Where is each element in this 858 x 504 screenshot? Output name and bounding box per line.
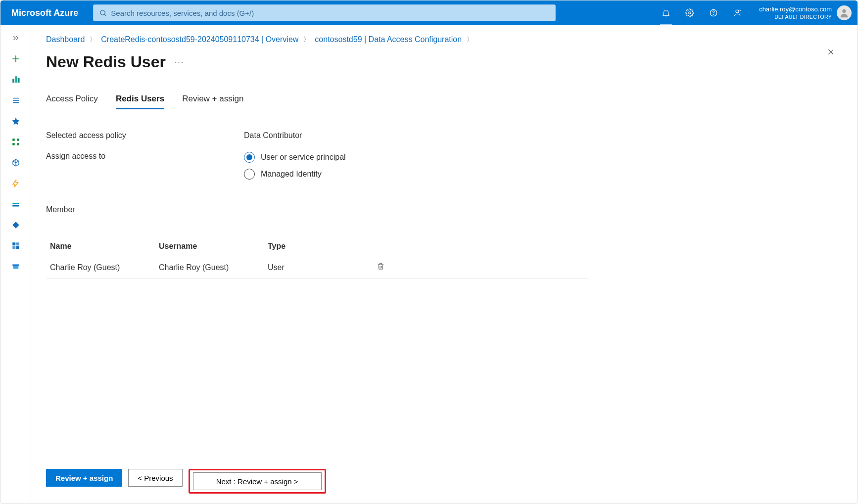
- breadcrumb: Dashboard 〉 CreateRedis-contosostd59-202…: [46, 35, 843, 44]
- all-resources-icon[interactable]: [10, 94, 22, 106]
- dashboard-icon[interactable]: [10, 74, 22, 86]
- blue-diamond-icon[interactable]: [10, 219, 22, 231]
- tabs: Access Policy Redis Users Review + assig…: [46, 94, 843, 109]
- svg-rect-22: [16, 242, 19, 245]
- svg-rect-11: [17, 78, 19, 83]
- assign-to-label: Assign access to: [46, 152, 244, 180]
- svg-rect-17: [12, 143, 15, 145]
- selected-policy-value: Data Contributor: [244, 131, 302, 140]
- svg-rect-23: [12, 246, 15, 249]
- breadcrumb-item[interactable]: contosostd59 | Data Access Configuration: [315, 35, 462, 44]
- top-bar: Microsoft Azure charlie.roy@contoso.com …: [0, 0, 858, 25]
- svg-rect-10: [15, 76, 17, 83]
- radio-icon: [244, 152, 255, 163]
- svg-point-4: [714, 14, 714, 15]
- svg-rect-18: [17, 143, 19, 145]
- col-type[interactable]: Type: [264, 237, 373, 256]
- main-content: Dashboard 〉 CreateRedis-contosostd59-202…: [31, 25, 858, 504]
- expand-nav-button[interactable]: [10, 32, 22, 44]
- avatar: [837, 5, 852, 20]
- members-table: Name Username Type Charlie Roy (Guest) C…: [46, 237, 588, 279]
- cell-name: Charlie Roy (Guest): [46, 256, 155, 279]
- radio-label: User or service principal: [261, 153, 346, 162]
- svg-rect-26: [13, 266, 18, 269]
- svg-rect-20: [12, 205, 19, 207]
- cell-type: User: [264, 256, 373, 279]
- svg-rect-19: [12, 203, 19, 204]
- table-row: Charlie Roy (Guest) Charlie Roy (Guest) …: [46, 256, 588, 279]
- svg-rect-24: [16, 246, 19, 249]
- grid-blue-icon[interactable]: [10, 240, 22, 252]
- sql-icon[interactable]: [10, 198, 22, 210]
- svg-rect-25: [12, 265, 19, 266]
- functions-icon[interactable]: [10, 178, 22, 189]
- svg-point-6: [842, 9, 846, 13]
- global-search[interactable]: [93, 4, 556, 21]
- search-input[interactable]: [111, 9, 549, 17]
- radio-managed-identity[interactable]: Managed Identity: [244, 169, 346, 180]
- svg-point-2: [689, 12, 691, 14]
- storage-icon[interactable]: [10, 261, 22, 273]
- radio-user-or-service-principal[interactable]: User or service principal: [244, 152, 346, 163]
- chevron-right-icon: 〉: [303, 35, 310, 44]
- svg-point-0: [100, 10, 105, 14]
- left-nav: [0, 25, 31, 504]
- breadcrumb-item[interactable]: Dashboard: [46, 35, 85, 44]
- account-directory: DEFAULT DIRECTORY: [759, 14, 832, 20]
- notifications-button[interactable]: [654, 0, 678, 25]
- account-email: charlie.roy@contoso.com: [759, 5, 832, 13]
- account-menu[interactable]: charlie.roy@contoso.com DEFAULT DIRECTOR…: [749, 0, 856, 25]
- svg-rect-21: [12, 242, 15, 245]
- topbar-actions: [654, 0, 749, 25]
- app-services-icon[interactable]: [10, 136, 22, 148]
- radio-label: Managed Identity: [261, 170, 322, 179]
- svg-rect-15: [12, 138, 15, 141]
- svg-rect-9: [12, 79, 14, 83]
- radio-icon: [244, 169, 255, 180]
- favorites-icon[interactable]: [10, 115, 22, 127]
- brand-logo[interactable]: Microsoft Azure: [11, 8, 78, 18]
- tab-redis-users[interactable]: Redis Users: [116, 94, 164, 109]
- container-icon[interactable]: [10, 157, 22, 169]
- breadcrumb-item[interactable]: CreateRedis-contosostd59-20240509110734 …: [101, 35, 298, 44]
- selected-policy-label: Selected access policy: [46, 131, 244, 140]
- svg-point-5: [736, 10, 739, 13]
- svg-rect-16: [17, 138, 19, 141]
- page-title: New Redis User: [46, 53, 166, 71]
- search-icon: [99, 9, 107, 17]
- help-button[interactable]: [702, 0, 725, 25]
- settings-button[interactable]: [678, 0, 702, 25]
- create-resource-icon[interactable]: [10, 53, 22, 65]
- cell-username: Charlie Roy (Guest): [155, 256, 264, 279]
- tab-access-policy[interactable]: Access Policy: [46, 94, 98, 109]
- highlighted-next-button: Next : Review + assign >: [189, 469, 326, 494]
- next-button[interactable]: Next : Review + assign >: [193, 472, 322, 490]
- wizard-footer: Review + assign < Previous Next : Review…: [46, 469, 843, 494]
- previous-button[interactable]: < Previous: [128, 469, 182, 487]
- delete-row-button[interactable]: [377, 262, 385, 271]
- close-button[interactable]: [824, 45, 838, 59]
- chevron-right-icon: 〉: [90, 35, 96, 44]
- col-name[interactable]: Name: [46, 237, 155, 256]
- more-actions-button[interactable]: ···: [175, 58, 184, 67]
- feedback-button[interactable]: [725, 0, 749, 25]
- chevron-right-icon: 〉: [467, 35, 473, 44]
- member-section-label: Member: [46, 205, 843, 214]
- col-username[interactable]: Username: [155, 237, 264, 256]
- review-assign-button[interactable]: Review + assign: [46, 469, 122, 487]
- svg-line-1: [105, 14, 107, 16]
- tab-review-assign[interactable]: Review + assign: [182, 94, 243, 109]
